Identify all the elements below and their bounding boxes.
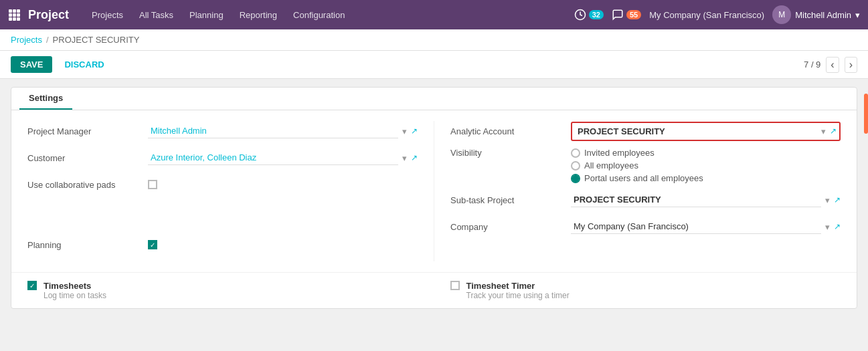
customer-dropdown-icon[interactable]: ▾ xyxy=(402,153,407,163)
planning-value: ✓ xyxy=(148,240,418,249)
analytic-account-dropdown-icon[interactable]: ▾ xyxy=(821,126,826,136)
visibility-portal[interactable]: Portal users and all employees xyxy=(571,173,703,183)
svg-rect-6 xyxy=(9,17,12,21)
clock-badge[interactable]: 32 xyxy=(574,9,604,21)
analytic-account-input[interactable]: PROJECT SECURITY xyxy=(575,124,817,138)
action-bar: SAVE DISCARD 7 / 9 ‹ › xyxy=(0,51,868,79)
svg-rect-3 xyxy=(9,13,12,17)
analytic-account-external-icon[interactable]: ↗ xyxy=(830,126,837,136)
visibility-invited-label: Invited employees xyxy=(584,148,655,158)
project-manager-dropdown-icon[interactable]: ▾ xyxy=(402,126,407,136)
company-dropdown-icon[interactable]: ▾ xyxy=(825,222,830,232)
pagination-info: 7 / 9 xyxy=(804,60,820,70)
customer-input[interactable]: Azure Interior, Colleen Diaz xyxy=(148,150,398,165)
prev-page-button[interactable]: ‹ xyxy=(826,57,839,73)
svg-rect-7 xyxy=(13,17,16,21)
project-manager-external-icon[interactable]: ↗ xyxy=(411,126,418,136)
grid-menu-icon[interactable] xyxy=(8,9,20,21)
user-name: Mitchell Admin xyxy=(795,10,851,20)
timesheets-text: Timesheets Log time on tasks xyxy=(44,281,106,300)
timesheets-sub: Log time on tasks xyxy=(44,291,106,300)
customer-label: Customer xyxy=(27,153,148,163)
planning-label: Planning xyxy=(27,240,148,250)
project-manager-input[interactable]: Mitchell Admin xyxy=(148,124,398,138)
chat-badge[interactable]: 55 xyxy=(612,9,641,21)
visibility-all-label: All employees xyxy=(584,160,638,170)
svg-rect-1 xyxy=(13,9,16,13)
project-manager-label: Project Manager xyxy=(27,126,148,136)
project-manager-row: Project Manager Mitchell Admin ▾ ↗ xyxy=(27,121,418,141)
breadcrumb-separator: / xyxy=(46,35,49,45)
breadcrumb: Projects / PROJECT SECURITY xyxy=(0,29,868,51)
project-manager-value: Mitchell Admin ▾ ↗ xyxy=(148,124,418,138)
topnav: Project Projects All Tasks Planning Repo… xyxy=(0,0,868,29)
timesheet-timer-sub: Track your time using a timer xyxy=(466,291,570,300)
timesheet-timer-checkbox[interactable] xyxy=(450,281,460,290)
visibility-all-employees[interactable]: All employees xyxy=(571,160,703,170)
collab-value xyxy=(148,180,418,189)
feature-row: ✓ Timesheets Log time on tasks Timesheet… xyxy=(11,272,857,308)
form-left: Project Manager Mitchell Admin ▾ ↗ Custo… xyxy=(11,121,434,261)
visibility-row: Visibility Invited employees All employe… xyxy=(450,148,841,183)
nav-all-tasks[interactable]: All Tasks xyxy=(133,7,180,23)
planning-row: Planning ✓ xyxy=(27,235,418,255)
timesheet-timer-feature: Timesheet Timer Track your time using a … xyxy=(434,281,857,300)
user-dropdown-icon: ▾ xyxy=(855,10,860,20)
chat-count: 55 xyxy=(626,10,641,19)
timesheets-feature: ✓ Timesheets Log time on tasks xyxy=(11,281,434,300)
form-body: Project Manager Mitchell Admin ▾ ↗ Custo… xyxy=(11,110,857,272)
app-title: Project xyxy=(28,8,69,22)
visibility-portal-radio[interactable] xyxy=(571,174,580,183)
breadcrumb-current: PROJECT SECURITY xyxy=(53,35,140,45)
svg-rect-0 xyxy=(9,9,12,13)
visibility-portal-label: Portal users and all employees xyxy=(584,173,703,183)
company-label: Company xyxy=(450,222,571,232)
svg-rect-2 xyxy=(17,9,20,13)
svg-rect-5 xyxy=(17,13,20,17)
nav-configuration[interactable]: Configuration xyxy=(286,7,351,23)
discard-button[interactable]: DISCARD xyxy=(58,56,110,73)
subtask-row: Sub-task Project PROJECT SECURITY ▾ ↗ xyxy=(450,190,841,210)
user-menu[interactable]: M Mitchell Admin ▾ xyxy=(772,5,860,24)
main-content: Settings Project Manager Mitchell Admin … xyxy=(0,79,868,317)
customer-external-icon[interactable]: ↗ xyxy=(411,153,418,162)
visibility-invited-radio[interactable] xyxy=(571,148,580,158)
timesheet-timer-title: Timesheet Timer xyxy=(466,281,570,291)
clock-count: 32 xyxy=(589,10,604,19)
timesheets-checkbox[interactable]: ✓ xyxy=(27,281,37,290)
svg-rect-4 xyxy=(13,13,16,17)
subtask-dropdown-icon[interactable]: ▾ xyxy=(825,195,830,205)
analytic-account-label: Analytic Account xyxy=(450,126,571,136)
scrollbar-indicator[interactable] xyxy=(864,94,868,134)
subtask-label: Sub-task Project xyxy=(450,195,571,205)
subtask-input[interactable]: PROJECT SECURITY xyxy=(571,193,821,207)
next-page-button[interactable]: › xyxy=(845,57,857,73)
topnav-right: 32 55 My Company (San Francisco) M Mitch… xyxy=(574,5,860,24)
nav-reporting[interactable]: Reporting xyxy=(233,7,284,23)
tabs: Settings xyxy=(11,88,857,110)
breadcrumb-parent[interactable]: Projects xyxy=(11,35,42,45)
analytic-account-row: Analytic Account PROJECT SECURITY ▾ ↗ xyxy=(450,121,841,141)
nav-projects[interactable]: Projects xyxy=(85,7,130,23)
topnav-links: Projects All Tasks Planning Reporting Co… xyxy=(85,7,574,23)
nav-planning[interactable]: Planning xyxy=(183,7,230,23)
company-value: My Company (San Francisco) ▾ ↗ xyxy=(571,219,841,234)
company-input[interactable]: My Company (San Francisco) xyxy=(571,219,821,234)
company-external-icon[interactable]: ↗ xyxy=(834,222,841,231)
save-button[interactable]: SAVE xyxy=(11,56,52,73)
settings-card: Settings Project Manager Mitchell Admin … xyxy=(11,87,857,309)
pagination: 7 / 9 ‹ › xyxy=(804,57,857,73)
collab-checkbox[interactable] xyxy=(148,180,157,189)
planning-checkbox[interactable]: ✓ xyxy=(148,240,157,249)
visibility-invited[interactable]: Invited employees xyxy=(571,148,703,158)
visibility-all-radio[interactable] xyxy=(571,161,580,170)
subtask-external-icon[interactable]: ↗ xyxy=(834,195,841,205)
company-selector[interactable]: My Company (San Francisco) xyxy=(649,10,764,20)
timesheet-timer-text: Timesheet Timer Track your time using a … xyxy=(466,281,570,300)
visibility-options: Invited employees All employees Portal u… xyxy=(571,148,703,183)
form-right: Analytic Account PROJECT SECURITY ▾ ↗ Vi… xyxy=(434,121,857,261)
customer-row: Customer Azure Interior, Colleen Diaz ▾ … xyxy=(27,148,418,168)
visibility-label: Visibility xyxy=(450,148,571,158)
tab-settings[interactable]: Settings xyxy=(19,88,72,110)
subtask-value: PROJECT SECURITY ▾ ↗ xyxy=(571,193,841,207)
